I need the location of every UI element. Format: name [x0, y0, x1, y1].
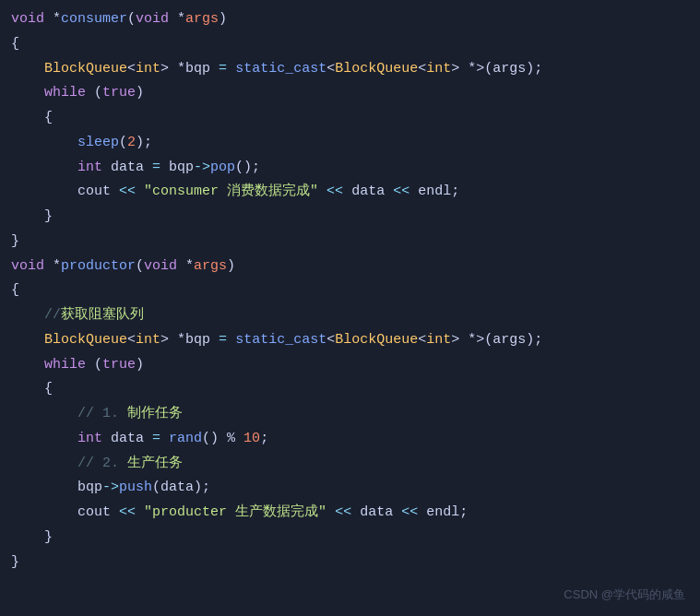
- code-line: //获取阻塞队列: [0, 303, 700, 328]
- keyword-void3: void: [11, 258, 44, 274]
- code-line: BlockQueue<int> *bqp = static_cast<Block…: [0, 57, 700, 82]
- keyword-true: true: [102, 85, 136, 101]
- code-line: // 2. 生产任务: [0, 452, 700, 477]
- code-line: // 1. 制作任务: [0, 402, 700, 427]
- keyword-void4: void: [144, 258, 177, 274]
- code-line: cout << "consumer 消费数据完成" << data << end…: [0, 180, 700, 205]
- fn-sleep: sleep: [77, 135, 119, 150]
- type-int2: int: [136, 332, 160, 348]
- comment-produce: // 2.: [77, 456, 127, 471]
- num-10: 10: [243, 431, 260, 446]
- keyword-void2: void: [136, 11, 169, 27]
- code-line: void *productor(void *args): [0, 255, 700, 279]
- code-line: }: [0, 205, 700, 230]
- string-consumer: "consumer: [144, 184, 227, 199]
- comment-task: // 1.: [77, 406, 127, 421]
- fn-static-cast: static_cast: [235, 61, 326, 77]
- comment-make-task: 制作任务: [127, 406, 183, 421]
- type-int: int: [136, 61, 160, 77]
- code-line: sleep(2);: [0, 131, 700, 156]
- keyword-while2: while: [44, 357, 86, 373]
- code-line: BlockQueue<int> *bqp = static_cast<Block…: [0, 328, 700, 353]
- comment-chinese: 获取阻塞队列: [61, 307, 144, 323]
- type-blockqueue2: BlockQueue: [44, 332, 127, 348]
- keyword-while: while: [44, 85, 86, 101]
- code-line: void *consumer(void *args): [0, 7, 700, 32]
- code-line: int data = bqp->pop();: [0, 156, 700, 181]
- keyword-int2: int: [77, 431, 102, 446]
- watermark: CSDN @学代码的咸鱼: [564, 586, 685, 605]
- code-line: {: [0, 32, 700, 57]
- code-line: {: [0, 377, 700, 402]
- code-line: bqp->push(data);: [0, 476, 700, 501]
- code-line: {: [0, 278, 700, 303]
- code-line: cout << "producter 生产数据完成" << data << en…: [0, 501, 700, 526]
- keyword-int: int: [77, 160, 102, 175]
- param-args2: args: [194, 258, 227, 274]
- code-line: while (true): [0, 81, 700, 106]
- fn-push: push: [119, 480, 152, 495]
- keyword-true2: true: [102, 357, 136, 373]
- type-blockqueue: BlockQueue: [44, 61, 127, 77]
- comment-produce-task: 生产任务: [127, 456, 183, 471]
- fn-static-cast2: static_cast: [235, 332, 326, 348]
- code-line: }: [0, 526, 700, 551]
- code-line: }: [0, 230, 700, 255]
- function-productor: productor: [61, 258, 136, 274]
- code-line: }: [0, 551, 700, 575]
- string-producter: "producter: [144, 504, 235, 520]
- num-2: 2: [127, 135, 136, 150]
- param-args: args: [185, 11, 219, 27]
- keyword-void: void: [11, 11, 44, 27]
- function-consumer: consumer: [61, 11, 127, 27]
- code-line: int data = rand() % 10;: [0, 427, 700, 452]
- code-container: void *consumer(void *args) { BlockQueue<…: [0, 0, 700, 616]
- fn-rand: rand: [169, 431, 202, 446]
- fn-pop: pop: [210, 160, 235, 175]
- comment-get-queue: //: [44, 307, 61, 323]
- code-line: {: [0, 106, 700, 131]
- code-line: while (true): [0, 353, 700, 378]
